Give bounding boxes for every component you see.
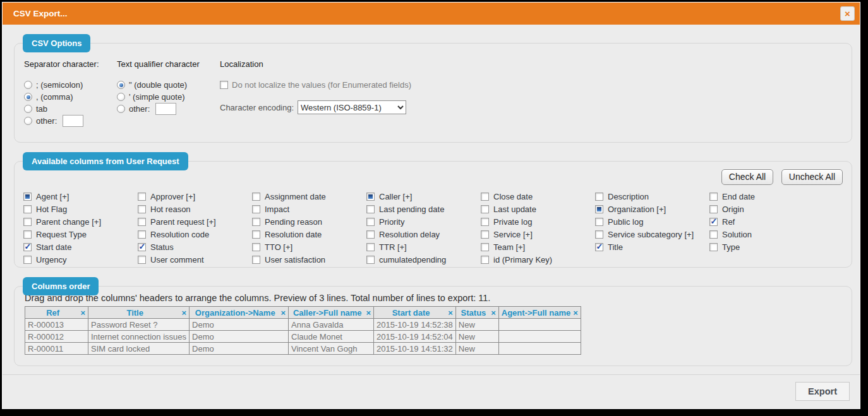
- checkbox-icon[interactable]: [709, 205, 718, 213]
- column-option[interactable]: Parent change [+]: [23, 215, 138, 228]
- checkbox-icon[interactable]: [252, 193, 260, 201]
- encoding-select[interactable]: Western (ISO-8859-1): [298, 100, 406, 114]
- export-button[interactable]: Export: [795, 382, 850, 401]
- checkbox-icon[interactable]: [138, 218, 146, 226]
- column-option[interactable]: Hot Flag: [23, 203, 138, 215]
- column-option[interactable]: TTO [+]: [252, 241, 366, 253]
- column-option[interactable]: Status: [138, 241, 252, 253]
- checkbox-icon[interactable]: [23, 205, 32, 213]
- column-option[interactable]: Caller [+]: [366, 190, 481, 203]
- checkbox-icon[interactable]: [709, 193, 718, 201]
- radio-icon[interactable]: [24, 93, 32, 101]
- checkbox-icon[interactable]: [252, 243, 260, 251]
- column-option[interactable]: Organization [+]: [595, 203, 709, 215]
- column-option[interactable]: Description: [595, 190, 709, 203]
- checkbox-icon[interactable]: [595, 218, 603, 226]
- column-option[interactable]: Origin: [709, 203, 843, 215]
- column-option[interactable]: Close date: [481, 190, 595, 203]
- column-option[interactable]: Resolution delay: [366, 228, 481, 241]
- radio-icon[interactable]: [117, 105, 125, 113]
- column-option[interactable]: cumulatedpending: [366, 253, 481, 266]
- remove-column-icon[interactable]: ×: [448, 308, 453, 318]
- checkbox-icon[interactable]: [138, 205, 146, 213]
- column-option[interactable]: Title: [595, 241, 709, 253]
- checkbox-icon[interactable]: [709, 230, 718, 239]
- remove-column-icon[interactable]: ×: [80, 308, 85, 318]
- column-option[interactable]: Urgency: [23, 253, 138, 266]
- column-option[interactable]: Priority: [366, 215, 481, 228]
- column-option[interactable]: Service subcategory [+]: [595, 228, 709, 241]
- checkbox-icon[interactable]: [481, 256, 489, 264]
- table-column-header[interactable]: Organization->Name×: [190, 307, 289, 319]
- radio-option[interactable]: , (comma): [24, 91, 117, 103]
- column-option[interactable]: Assignment date: [252, 190, 366, 203]
- column-option[interactable]: Service [+]: [481, 228, 595, 241]
- checkbox-icon[interactable]: [595, 230, 603, 239]
- checkbox-icon[interactable]: [366, 256, 375, 264]
- checkbox-icon[interactable]: [138, 230, 146, 239]
- radio-option[interactable]: other:: [117, 103, 220, 115]
- check-all-button[interactable]: Check All: [721, 169, 773, 185]
- remove-column-icon[interactable]: ×: [491, 308, 496, 318]
- radio-option[interactable]: other:: [24, 115, 117, 127]
- checkbox-icon[interactable]: [366, 193, 375, 201]
- checkbox-icon[interactable]: [595, 205, 603, 213]
- no-localize-option[interactable]: Do not localize the values (for Enumerat…: [220, 79, 842, 91]
- column-option[interactable]: id (Primary Key): [481, 253, 595, 266]
- checkbox-icon[interactable]: [252, 230, 260, 239]
- remove-column-icon[interactable]: ×: [573, 308, 578, 318]
- column-option[interactable]: Solution: [709, 228, 843, 241]
- remove-column-icon[interactable]: ×: [280, 308, 286, 318]
- radio-option[interactable]: ' (simple quote): [117, 91, 220, 103]
- radio-option[interactable]: " (double quote): [117, 79, 220, 91]
- table-column-header[interactable]: Caller->Full name×: [289, 307, 374, 319]
- checkbox-icon[interactable]: [23, 243, 32, 251]
- checkbox-icon[interactable]: [709, 218, 718, 226]
- other-character-input[interactable]: [63, 115, 83, 127]
- table-column-header[interactable]: Ref×: [25, 307, 88, 319]
- close-button[interactable]: ×: [840, 6, 855, 21]
- checkbox-icon[interactable]: [481, 230, 489, 239]
- table-column-header[interactable]: Agent->Full name×: [498, 307, 581, 319]
- checkbox-icon[interactable]: [481, 243, 489, 251]
- table-column-header[interactable]: Status×: [455, 307, 498, 319]
- radio-option[interactable]: ; (semicolon): [24, 79, 117, 91]
- other-character-input[interactable]: [155, 103, 176, 115]
- checkbox-icon[interactable]: [252, 256, 260, 264]
- remove-column-icon[interactable]: ×: [181, 308, 186, 318]
- checkbox-icon[interactable]: [366, 218, 375, 226]
- checkbox-icon[interactable]: [366, 230, 375, 239]
- column-option[interactable]: Last pending date: [366, 203, 481, 215]
- radio-icon[interactable]: [24, 81, 32, 89]
- checkbox-icon[interactable]: [23, 218, 32, 226]
- checkbox-icon[interactable]: [366, 243, 375, 251]
- checkbox-icon[interactable]: [23, 193, 32, 201]
- column-option[interactable]: Request Type: [23, 228, 138, 241]
- checkbox-icon[interactable]: [481, 205, 489, 213]
- radio-icon[interactable]: [117, 93, 125, 101]
- checkbox-icon[interactable]: [481, 193, 489, 201]
- checkbox-icon[interactable]: [595, 193, 603, 201]
- checkbox-icon[interactable]: [138, 243, 146, 251]
- column-option[interactable]: Type: [709, 241, 843, 253]
- column-option[interactable]: TTR [+]: [366, 241, 481, 253]
- checkbox-icon[interactable]: [23, 256, 32, 264]
- checkbox-icon[interactable]: [709, 243, 718, 251]
- column-option[interactable]: Hot reason: [138, 203, 252, 215]
- checkbox-icon[interactable]: [252, 205, 260, 213]
- column-option[interactable]: Private log: [481, 215, 595, 228]
- table-column-header[interactable]: Start date×: [374, 307, 456, 319]
- column-option[interactable]: Pending reason: [252, 215, 366, 228]
- checkbox-icon[interactable]: [220, 81, 228, 89]
- column-option[interactable]: Agent [+]: [23, 190, 138, 203]
- column-option[interactable]: End date: [709, 190, 843, 203]
- column-option[interactable]: Last update: [481, 203, 595, 215]
- column-option[interactable]: User comment: [138, 253, 252, 266]
- column-option[interactable]: Resolution date: [252, 228, 366, 241]
- radio-icon[interactable]: [24, 117, 32, 125]
- radio-icon[interactable]: [117, 81, 125, 89]
- table-column-header[interactable]: Title×: [88, 307, 190, 319]
- remove-column-icon[interactable]: ×: [366, 308, 371, 318]
- column-option[interactable]: Start date: [23, 241, 138, 253]
- column-option[interactable]: Parent request [+]: [138, 215, 252, 228]
